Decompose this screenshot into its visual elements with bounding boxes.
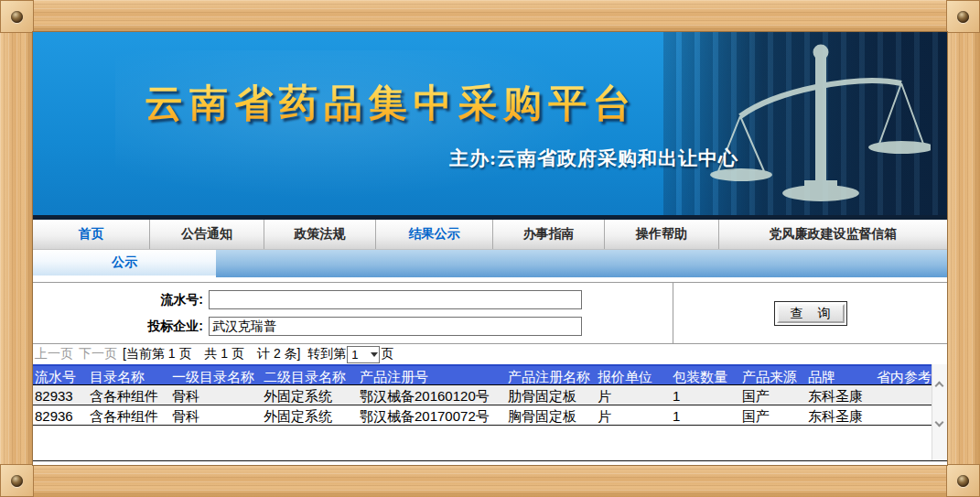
- table-cell: 82933: [33, 385, 88, 405]
- search-form: 流水号: 投标企业: 查 询: [33, 282, 947, 344]
- frame-corner: [0, 464, 34, 497]
- scroll-up-icon[interactable]: [935, 382, 944, 391]
- next-page-link[interactable]: 下一页: [79, 346, 117, 362]
- nav-item-notices[interactable]: 公告通知: [150, 220, 264, 249]
- table-cell: 含各种组件: [88, 385, 170, 405]
- table-cell: 鄂汉械备20160120号: [358, 385, 506, 405]
- query-button[interactable]: 查 询: [777, 304, 845, 323]
- screw-icon: [11, 475, 23, 487]
- scales-of-justice-image: [663, 32, 947, 215]
- header-cell: 一级目录名称: [170, 366, 262, 384]
- page-content: 云南省药品集中采购平台 主办:云南省政府采购和出让中心 首页 公告通知 政策法规…: [33, 32, 947, 465]
- wooden-frame: 云南省药品集中采购平台 主办:云南省政府采购和出让中心 首页 公告通知 政策法规…: [0, 0, 980, 497]
- table-cell: 胸骨固定板: [506, 405, 596, 425]
- table-cell: 骨科: [170, 405, 262, 425]
- frame-corner: [0, 0, 34, 33]
- dropdown-arrow-icon: [371, 352, 378, 357]
- vertical-scrollbar[interactable]: [932, 364, 947, 460]
- table-cell: [875, 385, 932, 405]
- header-cell: 包装数量: [671, 366, 740, 384]
- header-cell: 产品来源: [740, 366, 806, 384]
- site-banner: 云南省药品集中采购平台 主办:云南省政府采购和出让中心: [33, 32, 947, 220]
- table-cell: 骨科: [170, 385, 262, 405]
- table-row: 82933 含各种组件 骨科 外固定系统 鄂汉械备20160120号 肋骨固定板…: [33, 385, 932, 405]
- header-cell: 产品注册号: [358, 366, 506, 384]
- pagination: 上一页 下一页 [当前第 1 页 共 1 页 计 2 条] 转到第 1 页: [33, 344, 947, 364]
- table-cell: 外固定系统: [262, 405, 358, 425]
- table-cell: 1: [671, 385, 740, 405]
- goto-page-value: 1: [351, 348, 358, 362]
- site-subtitle: 主办:云南省政府采购和出让中心: [449, 146, 738, 171]
- table-cell: 片: [596, 385, 671, 405]
- nav-item-help[interactable]: 操作帮助: [605, 220, 719, 249]
- frame-bar-left: [0, 33, 33, 464]
- frame-corner: [946, 0, 980, 33]
- table-cell: 国产: [740, 385, 806, 405]
- table-cell: 东科圣康: [806, 405, 875, 425]
- bidding-company-input[interactable]: [209, 317, 582, 336]
- tab-public-notice[interactable]: 公示: [33, 250, 216, 277]
- table-cell: 肋骨固定板: [506, 385, 596, 405]
- table-cell: 鄂汉械备20170072号: [358, 405, 506, 425]
- table-cell: 1: [671, 405, 740, 425]
- table-header-row: 流水号 目录名称 一级目录名称 二级目录名称 产品注册号 产品注册名称 报价单位…: [33, 364, 932, 385]
- header-cell: 流水号: [33, 366, 88, 384]
- nav-item-results[interactable]: 结果公示: [376, 220, 493, 249]
- table-cell: 国产: [740, 405, 806, 425]
- goto-page-select[interactable]: 1: [347, 346, 380, 363]
- serial-number-input[interactable]: [209, 290, 582, 309]
- header-cell: 二级目录名称: [262, 366, 358, 384]
- nav-item-home[interactable]: 首页: [33, 220, 150, 249]
- frame-bar-top: [34, 0, 946, 32]
- goto-page-suffix: 页: [381, 346, 393, 362]
- table-cell: 82936: [33, 405, 88, 425]
- header-cell: 目录名称: [88, 366, 170, 384]
- table-empty-area: [33, 426, 932, 460]
- screw-icon: [957, 475, 969, 487]
- bidding-company-label: 投标企业:: [33, 319, 209, 335]
- table-cell: 外固定系统: [262, 385, 358, 405]
- header-cell: 产品注册名称: [506, 366, 596, 384]
- screw-icon: [11, 11, 23, 23]
- nav-item-mailbox[interactable]: 党风廉政建设监督信箱: [719, 220, 947, 249]
- header-cell: 品牌: [806, 366, 875, 384]
- site-title: 云南省药品集中采购平台: [145, 78, 638, 129]
- table-cell: [875, 405, 932, 425]
- frame-corner: [946, 464, 980, 497]
- serial-number-label: 流水号:: [33, 292, 209, 308]
- header-cell: 省内参考: [875, 366, 932, 384]
- sub-nav: 公示: [33, 250, 947, 277]
- header-cell: 报价单位: [596, 366, 671, 384]
- results-table: 流水号 目录名称 一级目录名称 二级目录名称 产品注册号 产品注册名称 报价单位…: [33, 364, 947, 461]
- page-summary: [当前第 1 页 共 1 页 计 2 条]: [123, 346, 300, 362]
- nav-item-policies[interactable]: 政策法规: [264, 220, 376, 249]
- screw-icon: [957, 11, 969, 23]
- table-cell: 东科圣康: [806, 385, 875, 405]
- table-row: 82936 含各种组件 骨科 外固定系统 鄂汉械备20170072号 胸骨固定板…: [33, 405, 932, 426]
- prev-page-link[interactable]: 上一页: [35, 346, 73, 362]
- query-zone: 查 询: [673, 283, 947, 343]
- table-cell: 片: [596, 405, 671, 425]
- frame-bar-right: [947, 33, 980, 464]
- main-nav: 首页 公告通知 政策法规 结果公示 办事指南 操作帮助 党风廉政建设监督信箱: [33, 220, 947, 250]
- goto-page-label: 转到第: [300, 346, 346, 362]
- query-button-outline: 查 询: [774, 301, 847, 326]
- scroll-down-icon[interactable]: [935, 418, 944, 427]
- nav-item-guide[interactable]: 办事指南: [493, 220, 605, 249]
- table-cell: 含各种组件: [88, 405, 170, 425]
- frame-bar-bottom: [34, 465, 946, 497]
- search-fields: 流水号: 投标企业:: [33, 283, 673, 343]
